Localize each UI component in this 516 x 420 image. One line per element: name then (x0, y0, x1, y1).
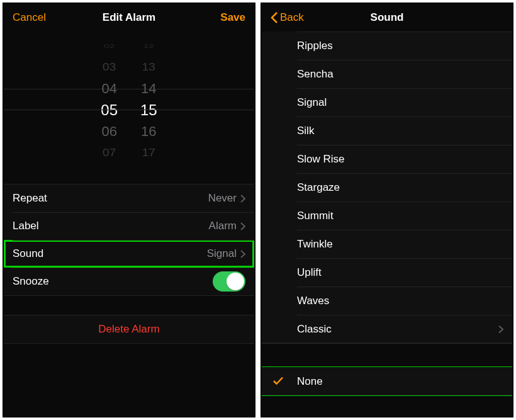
hour-selected: 05 (101, 99, 118, 121)
sound-item-classic[interactable]: Classic (262, 315, 512, 343)
snooze-label: Snooze (13, 275, 213, 288)
chevron-right-icon (240, 250, 245, 258)
minute-column[interactable]: 11 12 13 14 15 16 17 18 (140, 31, 157, 167)
chevron-right-icon (240, 195, 245, 203)
page-title: Sound (315, 11, 459, 24)
sound-label: Sound (13, 247, 207, 260)
sound-item-stargaze[interactable]: Stargaze (262, 173, 512, 201)
sound-item-twinkle[interactable]: Twinkle (262, 230, 512, 258)
sound-item-sencha[interactable]: Sencha (262, 60, 512, 88)
hour-column[interactable]: 01 02 03 04 05 06 07 08 (101, 31, 118, 167)
save-button[interactable]: Save (201, 11, 245, 24)
time-picker[interactable]: 01 02 03 04 05 06 07 08 11 12 13 14 15 1… (4, 31, 254, 167)
sound-item-silk[interactable]: Silk (262, 116, 512, 145)
sound-item-none[interactable]: None (262, 367, 512, 395)
navbar: Cancel Edit Alarm Save (4, 4, 254, 31)
navbar: Back Sound (262, 4, 512, 31)
alarm-settings-section: Repeat Never Label Alarm Sound Signal Sn… (4, 184, 254, 296)
sound-screen: Back Sound Ripples Sencha Signal Silk Sl… (261, 3, 513, 417)
delete-alarm-button[interactable]: Delete Alarm (4, 315, 254, 343)
sound-item-waves[interactable]: Waves (262, 287, 512, 315)
page-title: Edit Alarm (57, 11, 201, 24)
none-section: None (262, 366, 512, 396)
repeat-row[interactable]: Repeat Never (4, 184, 254, 212)
repeat-label: Repeat (13, 192, 208, 205)
sound-item-summit[interactable]: Summit (262, 201, 512, 230)
minute-selected: 15 (140, 99, 157, 121)
sound-row[interactable]: Sound Signal (4, 240, 254, 268)
edit-alarm-screen: Cancel Edit Alarm Save 01 02 03 04 05 06… (3, 3, 255, 417)
cancel-button[interactable]: Cancel (13, 11, 57, 24)
label-value: Alarm (209, 220, 237, 232)
checkmark-icon (273, 375, 283, 388)
label-label: Label (13, 220, 209, 232)
sound-item-uplift[interactable]: Uplift (262, 258, 512, 287)
ringtones-section: Ripples Sencha Signal Silk Slow Rise Sta… (262, 31, 512, 344)
back-button[interactable]: Back (271, 11, 315, 24)
sound-item-slow-rise[interactable]: Slow Rise (262, 145, 512, 173)
sound-list[interactable]: Ripples Sencha Signal Silk Slow Rise Sta… (262, 31, 512, 416)
snooze-row: Snooze (4, 268, 254, 295)
chevron-right-icon (498, 325, 503, 333)
sound-value: Signal (207, 247, 237, 260)
sound-item-ripples[interactable]: Ripples (262, 31, 512, 60)
chevron-right-icon (240, 222, 245, 230)
chevron-left-icon (271, 12, 278, 23)
label-row[interactable]: Label Alarm (4, 212, 254, 240)
sound-item-signal[interactable]: Signal (262, 88, 512, 116)
snooze-toggle[interactable] (213, 271, 245, 292)
repeat-value: Never (208, 192, 237, 205)
